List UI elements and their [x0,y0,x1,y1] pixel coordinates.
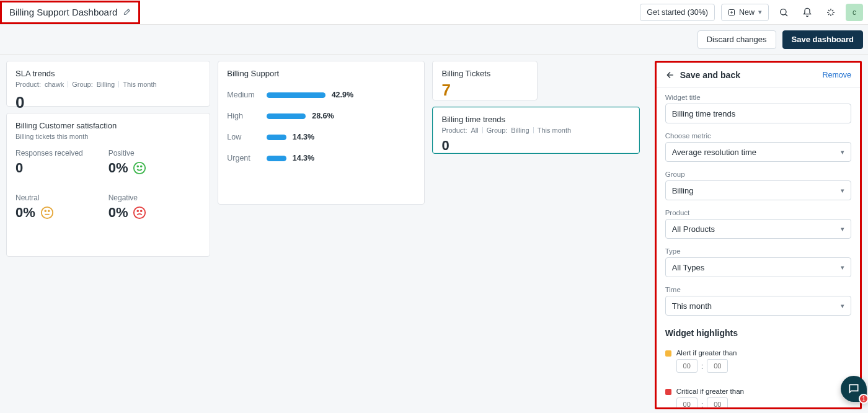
avatar[interactable]: c [846,4,863,21]
group-label: Group [665,171,851,178]
csat-cell-value: 0% [108,205,202,221]
svg-point-4 [141,166,142,167]
column-1: SLA trends Product: chawk Group: Billing… [6,61,210,257]
alert-label: Alert if greater than [676,349,737,357]
alert-inputs: : [676,359,737,373]
field-product: Product All Products ▾ [665,209,851,239]
highlight-alert-content: Alert if greater than : [676,349,737,373]
dashboard-title: Billing Support Dashboard [9,7,117,17]
svg-point-6 [45,210,46,211]
csat-neutral: Neutral 0% [16,193,108,221]
metric-select[interactable]: Average resolution time ▾ [665,142,851,162]
config-body: Widget title Choose metric Average resol… [657,87,860,409]
product-select[interactable]: All Products ▾ [665,219,851,239]
config-header-left: Save and back [665,70,740,80]
svg-point-10 [141,210,142,211]
time-select[interactable]: This month ▾ [665,296,851,316]
column-3: Billing Tickets 7 Billing time trends Pr… [432,61,639,154]
highlight-critical-content: Critical if greater than : [676,388,744,409]
avatar-initial: c [852,8,856,17]
csat-grid: Responses received 0 Positive 0% Neutral… [16,149,201,221]
chart-bar [267,92,325,98]
time-label: Time [665,286,851,293]
highlight-critical-row: Critical if greater than : [665,388,851,409]
svg-point-2 [134,162,145,174]
alert-minutes-input[interactable] [707,359,728,373]
chart-bar-row: Medium42.9% [227,91,415,99]
chevron-down-icon: ▾ [841,187,844,195]
chart-bar-row: High28.6% [227,112,415,120]
back-button[interactable] [665,70,675,80]
alert-swatch-icon [665,350,671,357]
csat-cell-label: Positive [108,149,202,158]
group-select[interactable]: Billing ▾ [665,180,851,200]
alert-hours-input[interactable] [676,359,698,373]
chevron-down-icon: ▾ [758,8,762,16]
critical-hours-input[interactable] [676,397,698,409]
meta-sep [118,81,119,87]
get-started-button[interactable]: Get started (30%) [640,4,715,21]
critical-swatch-icon [665,389,671,395]
csat-cell-value: 0% [16,205,108,221]
chart-bar [267,113,306,119]
plus-square-icon [728,9,735,16]
field-metric: Choose metric Average resolution time ▾ [665,132,851,162]
csat-responses: Responses received 0 [16,149,108,176]
widget-title-label: Widget title [665,94,851,101]
billing-support-card[interactable]: Billing Support Medium42.9%High28.6%Low1… [218,61,425,205]
sla-card-title: SLA trends [16,69,201,78]
sla-trends-card[interactable]: SLA trends Product: chawk Group: Billing… [6,61,210,107]
topbar-left: Billing Support Dashboard [0,0,140,24]
metric-value: Average resolution time [672,148,756,157]
get-started-label: Get started (30%) [647,8,708,17]
chart-bar-label: High [227,112,260,120]
svg-point-3 [138,166,139,167]
type-label: Type [665,247,851,255]
tt-group-val: Billing [511,127,529,134]
chevron-down-icon: ▾ [841,148,844,156]
critical-minutes-input[interactable] [707,397,728,409]
billing-tickets-card[interactable]: Billing Tickets 7 [432,61,538,100]
meta-sep [68,81,68,87]
billing-time-trends-card[interactable]: Billing time trends Product: All Group: … [432,107,639,154]
chat-icon [848,383,860,395]
neutral-face-icon [40,206,54,220]
csat-cell-value: 0% [108,160,202,176]
chart-bar-label: Low [227,133,260,141]
widget-highlights-title: Widget highlights [665,328,851,338]
chart-bar-value: 14.3% [293,154,314,162]
chart-bar-value: 14.3% [293,133,314,141]
widget-title-input[interactable] [665,104,851,123]
chat-launcher[interactable]: 1 [841,376,867,402]
search-button[interactable] [775,4,792,21]
tt-product-key: Product: [441,127,467,134]
new-button[interactable]: New ▾ [721,4,769,21]
actionbar: Discard changes Save dashboard [0,25,868,55]
csat-card-title: Billing Customer satisfaction [16,121,201,130]
time-trends-meta: Product: All Group: Billing This month [441,127,630,134]
smile-icon [133,161,146,175]
time-value: This month [672,301,712,311]
discard-button[interactable]: Discard changes [698,30,776,49]
billing-support-chart: Medium42.9%High28.6%Low14.3%Urgent14.3% [227,91,415,162]
edit-title-icon[interactable] [122,8,131,17]
save-dashboard-button[interactable]: Save dashboard [782,30,863,49]
bell-icon [802,7,812,18]
remove-widget-link[interactable]: Remove [822,71,851,79]
chevron-down-icon: ▾ [841,302,844,310]
tt-product-val: All [471,127,478,134]
sparkle-icon [826,7,836,18]
support-card-title: Billing Support [227,69,415,78]
csat-card[interactable]: Billing Customer satisfaction Billing ti… [6,113,210,257]
chart-bar [267,135,286,140]
time-trends-value: 0 [441,138,630,154]
notifications-button[interactable] [799,4,816,21]
column-2: Billing Support Medium42.9%High28.6%Low1… [218,61,425,205]
svg-point-5 [42,207,53,218]
product-value: All Products [672,224,715,234]
type-select[interactable]: All Types ▾ [665,257,851,277]
apps-button[interactable] [822,4,839,21]
chart-bar [267,156,286,161]
csat-cell-label: Responses received [16,149,108,158]
tt-group-key: Group: [487,127,508,134]
